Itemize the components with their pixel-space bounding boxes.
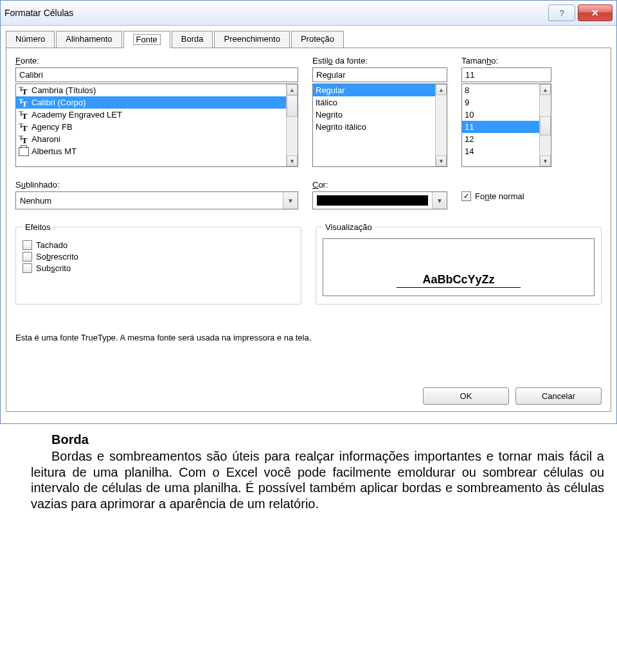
- effects-fieldset: Efeitos TachadoSobrescritoSubscrito: [15, 222, 301, 305]
- list-item[interactable]: Aharoni: [16, 133, 286, 145]
- tab-bar: Número Alinhamento Fonte Borda Preenchim…: [6, 31, 611, 48]
- normal-font-label: Fonte normal: [475, 191, 524, 201]
- color-swatch: [317, 195, 428, 206]
- list-item[interactable]: 14: [462, 145, 539, 157]
- underline-label: Sublinhado:: [15, 180, 298, 190]
- list-item[interactable]: Agency FB: [16, 121, 286, 133]
- style-list[interactable]: RegularItálicoNegritoNegrito itálico: [313, 84, 435, 166]
- help-button[interactable]: ?: [548, 4, 575, 21]
- list-item[interactable]: Academy Engraved LET: [16, 109, 286, 121]
- list-item[interactable]: 11: [462, 121, 539, 133]
- effects-legend: Efeitos: [22, 222, 53, 232]
- scroll-down-icon[interactable]: ▼: [540, 155, 551, 166]
- preview-legend: Visualização: [323, 222, 375, 232]
- tab-numero[interactable]: Número: [6, 31, 55, 48]
- preview-box: AaBbCcYyZz: [323, 238, 595, 296]
- list-item[interactable]: Calibri (Corpo): [16, 96, 286, 109]
- list-item[interactable]: Cambria (Títulos): [16, 84, 286, 96]
- cancel-button[interactable]: Cancelar: [515, 387, 602, 405]
- tab-borda[interactable]: Borda: [172, 31, 213, 48]
- truetype-icon: [19, 111, 29, 119]
- scroll-up-icon[interactable]: ▲: [540, 84, 551, 95]
- truetype-icon: [19, 135, 29, 144]
- checkbox-icon: [22, 263, 32, 273]
- scroll-up-icon[interactable]: ▲: [287, 84, 298, 95]
- truetype-icon: [19, 86, 29, 95]
- list-item[interactable]: 12: [462, 133, 539, 145]
- title-bar: Formatar Células ? ✕: [1, 1, 616, 26]
- list-item[interactable]: 10: [462, 109, 539, 121]
- normal-font-checkbox[interactable]: Fonte normal: [461, 191, 602, 201]
- color-dropdown[interactable]: ▼: [312, 191, 447, 209]
- printer-icon: [19, 147, 29, 156]
- document-text: Borda Bordas e sombreamentos são úteis p…: [0, 424, 617, 524]
- scroll-thumb[interactable]: [287, 95, 298, 117]
- scroll-up-icon[interactable]: ▲: [436, 84, 447, 95]
- tab-fonte[interactable]: Fonte: [123, 31, 170, 48]
- chevron-down-icon: ▼: [432, 192, 447, 209]
- tab-panel: Fonte: Cambria (Títulos)Calibri (Corpo)A…: [6, 48, 611, 412]
- effect-checkbox[interactable]: Tachado: [22, 240, 294, 250]
- effect-checkbox[interactable]: Subscrito: [22, 263, 294, 273]
- list-item[interactable]: Itálico: [313, 96, 435, 109]
- checkbox-icon: [22, 240, 32, 250]
- font-list[interactable]: Cambria (Títulos)Calibri (Corpo)Academy …: [16, 84, 286, 166]
- list-item[interactable]: Negrito itálico: [313, 121, 435, 133]
- size-scrollbar[interactable]: ▲ ▼: [539, 84, 551, 166]
- close-icon: ✕: [591, 8, 599, 18]
- dialog-title: Formatar Células: [4, 8, 548, 18]
- doc-heading: Borda: [31, 432, 604, 447]
- font-input[interactable]: [15, 67, 298, 82]
- style-label: Estilo da fonte:: [312, 56, 447, 66]
- style-scrollbar[interactable]: ▲ ▼: [435, 84, 447, 166]
- checkbox-icon: [461, 191, 471, 201]
- list-item[interactable]: 9: [462, 96, 539, 109]
- scroll-down-icon[interactable]: ▼: [287, 155, 298, 166]
- scroll-down-icon[interactable]: ▼: [436, 155, 447, 166]
- checkbox-icon: [22, 252, 32, 261]
- truetype-hint: Esta é uma fonte TrueType. A mesma fonte…: [15, 333, 602, 342]
- scroll-thumb[interactable]: [540, 116, 551, 136]
- list-item[interactable]: Negrito: [313, 109, 435, 121]
- size-label: Tamanho:: [461, 56, 551, 66]
- font-scrollbar[interactable]: ▲ ▼: [286, 84, 298, 166]
- format-cells-dialog: Formatar Células ? ✕ Número Alinhamento …: [0, 0, 617, 424]
- effect-checkbox[interactable]: Sobrescrito: [22, 252, 294, 261]
- preview-sample: AaBbCcYyZz: [422, 273, 494, 287]
- truetype-icon: [19, 98, 29, 107]
- chevron-down-icon: ▼: [283, 192, 298, 209]
- doc-paragraph: Bordas e sombreamentos são úteis para re…: [31, 448, 604, 511]
- underline-value: Nenhum: [16, 192, 283, 209]
- style-input[interactable]: [312, 67, 447, 82]
- truetype-icon: [19, 123, 29, 132]
- list-item[interactable]: Albertus MT: [16, 145, 286, 157]
- list-item[interactable]: Regular: [313, 84, 435, 96]
- tab-protecao[interactable]: Proteção: [291, 31, 344, 48]
- close-button[interactable]: ✕: [578, 4, 613, 21]
- color-label: Cor:: [312, 180, 447, 190]
- list-item[interactable]: 8: [462, 84, 539, 96]
- size-input[interactable]: [461, 67, 551, 82]
- font-label: Fonte:: [15, 56, 298, 66]
- tab-alinhamento[interactable]: Alinhamento: [56, 31, 121, 48]
- tab-preenchimento[interactable]: Preenchimento: [214, 31, 289, 48]
- preview-fieldset: Visualização AaBbCcYyZz: [316, 222, 602, 305]
- ok-button[interactable]: OK: [423, 387, 509, 405]
- underline-dropdown[interactable]: Nenhum ▼: [15, 191, 298, 209]
- size-list[interactable]: 8910111214: [462, 84, 539, 166]
- help-icon: ?: [559, 8, 564, 18]
